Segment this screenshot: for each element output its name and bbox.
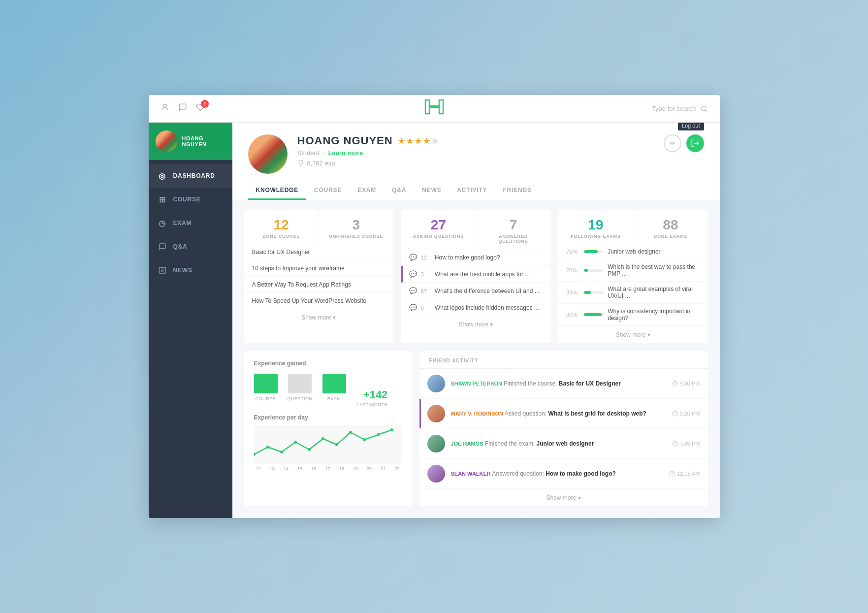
course-stats-panel: 12 DONE COURSE 3 UNFINISHED COURSE Basic…	[244, 210, 393, 343]
comment-icon: 💬	[409, 287, 417, 294]
friend-show-more[interactable]: Show more ▾	[419, 489, 708, 506]
exams-list: 70% Junior web designer 20% Which is t	[558, 244, 707, 326]
questions-show-more[interactable]: Show more ▾	[401, 316, 550, 333]
list-item[interactable]: 35% What are great examples of viral UX/…	[558, 282, 707, 304]
list-item[interactable]: 70% Junior web designer	[558, 244, 707, 259]
course-list: Basic for UX Designer 10 steps to Improv…	[244, 244, 393, 309]
tab-qa[interactable]: Q&A	[384, 182, 414, 200]
list-item[interactable]: A Better Way To Request App Ratings	[244, 277, 393, 293]
following-exams-number: 19	[566, 218, 625, 232]
friend-text: MARY V. ROBINSON Asked question: What is…	[451, 410, 666, 417]
list-item[interactable]: 💬 0 What logos include hidden messages .…	[401, 299, 550, 316]
friend-time: 7:45 PM	[672, 441, 700, 447]
answered-questions-label: ANSWERED QUESTIONS	[484, 234, 543, 244]
exams-show-more[interactable]: Show more ▾	[558, 326, 707, 343]
svg-rect-11	[254, 425, 402, 464]
friend-item[interactable]: SHAWN PETERSON Finished the course: Basi…	[419, 369, 708, 399]
friend-time: 11:15 AM	[669, 471, 700, 477]
comment-icon: 💬	[409, 254, 417, 261]
sidebar-item-dashboard[interactable]: ◎ DASHBOARD	[149, 164, 232, 188]
svg-point-4	[701, 106, 706, 110]
search-placeholder: Type for search	[652, 105, 696, 112]
profile-subtitle: Student · Learn more	[297, 149, 654, 157]
sidebar-item-label: EXAM	[173, 220, 192, 226]
chat-icon[interactable]	[178, 103, 187, 114]
exp-bars-section: COURSE QUESTION EXAM	[254, 374, 402, 407]
questions-list: 💬 12 How to make good logo? 💬 3 What are…	[401, 249, 550, 316]
sidebar-item-exam[interactable]: ◷ EXAM	[149, 211, 232, 235]
search-area[interactable]: Type for search	[652, 105, 708, 113]
stats-row: 12 DONE COURSE 3 UNFINISHED COURSE Basic…	[232, 200, 720, 343]
svg-point-17	[321, 437, 324, 440]
asking-questions-number: 27	[409, 218, 468, 232]
unfinished-course-number: 3	[327, 218, 386, 232]
profile-actions: Log out ✏	[664, 134, 704, 152]
tab-news[interactable]: NEWS	[414, 182, 449, 200]
qa-icon	[158, 242, 167, 252]
sidebar-item-label: Q&A	[173, 243, 188, 250]
svg-rect-3	[429, 105, 439, 108]
sidebar-item-qa[interactable]: Q&A	[149, 235, 232, 258]
chart-labels: 12 13 14 15 16 17 18 19 20 21 22	[254, 466, 402, 471]
clock-icon	[672, 381, 678, 387]
friend-text: JOE RAMOS Finished the exam: Junior web …	[451, 440, 666, 447]
comment-icon: 💬	[409, 304, 417, 311]
sidebar-profile: HOANG NGUYEN	[149, 123, 232, 160]
learn-more-link[interactable]: Learn more	[328, 149, 363, 157]
question-exp-bar	[288, 374, 312, 393]
svg-point-15	[294, 441, 297, 444]
sidebar-item-label: DASHBOARD	[173, 172, 215, 179]
course-show-more[interactable]: Show more ▾	[244, 309, 393, 326]
logout-button[interactable]	[686, 134, 704, 152]
profile-avatar	[248, 134, 288, 174]
sidebar: HOANG NGUYEN ◎ DASHBOARD ⊞ COURSE ◷ EXAM	[149, 123, 232, 518]
list-item[interactable]: 💬 12 How to make good logo?	[401, 249, 550, 266]
last-month-section: +142 LAST MONTH	[357, 388, 388, 407]
course-exp-bar	[254, 374, 278, 393]
sidebar-item-label: COURSE	[173, 196, 201, 203]
main-content: HOANG NGUYEN ★ ★ ★ ★ ★ Student ·	[232, 123, 720, 518]
friend-item[interactable]: SEAN WALKER Answered question: How to ma…	[419, 459, 708, 489]
experience-panel: Experience gained COURSE QUESTION	[244, 351, 412, 506]
done-exams-stat: 88 DONE EXAMS	[633, 210, 707, 244]
tab-friends[interactable]: FRIENDS	[495, 182, 539, 200]
answered-questions-number: 7	[484, 218, 543, 232]
search-icon	[700, 105, 708, 113]
list-item[interactable]: 10 steps to Improve your wireframe	[244, 260, 393, 277]
profile-header: HOANG NGUYEN ★ ★ ★ ★ ★ Student ·	[232, 123, 720, 200]
friend-time: 9:20 PM	[672, 411, 700, 417]
list-item[interactable]: 💬 3 What are the best mobile apps for ..…	[401, 266, 550, 283]
answered-questions-stat: 7 ANSWERED QUESTIONS	[476, 210, 550, 249]
friend-item[interactable]: MARY V. ROBINSON Asked question: What is…	[419, 399, 708, 429]
friend-avatar	[427, 405, 445, 422]
person-icon[interactable]	[161, 103, 169, 114]
done-course-number: 12	[252, 218, 311, 232]
heart-badge: 2	[201, 100, 209, 108]
tab-course[interactable]: COURSE	[306, 182, 350, 200]
profile-stars: ★ ★ ★ ★ ★	[398, 136, 439, 146]
following-exams-stat: 19 FOLLOWING EXAMS	[558, 210, 633, 244]
course-stats-header: 12 DONE COURSE 3 UNFINISHED COURSE	[244, 210, 393, 244]
progress-bar	[584, 269, 604, 272]
progress-bar	[584, 291, 604, 294]
list-item[interactable]: 90% Why is consistency important in desi…	[558, 304, 707, 326]
following-exams-label: FOLLOWING EXAMS	[566, 234, 625, 239]
clock-icon	[672, 441, 678, 447]
sidebar-item-course[interactable]: ⊞ COURSE	[149, 188, 232, 211]
svg-point-0	[163, 104, 166, 107]
tab-knowledge[interactable]: KNOWLEDGE	[248, 182, 307, 200]
exp-chart	[254, 425, 402, 464]
sidebar-item-news[interactable]: NEWS	[149, 258, 232, 282]
tab-exam[interactable]: EXAM	[350, 182, 384, 200]
tab-activity[interactable]: ACTIVITY	[449, 182, 495, 200]
list-item[interactable]: 💬 67 What's the difference between UI an…	[401, 283, 550, 299]
question-stats-panel: 27 ASKING QUESTIONS 7 ANSWERED QUESTIONS…	[401, 210, 550, 343]
friend-item[interactable]: JOE RAMOS Finished the exam: Junior web …	[419, 429, 708, 459]
list-item[interactable]: Basic for UX Designer	[244, 244, 393, 260]
list-item[interactable]: 20% Which is the best way to pass the PM…	[558, 259, 707, 282]
svg-rect-1	[425, 100, 429, 114]
svg-line-5	[706, 110, 707, 112]
heart-icon[interactable]: 2	[196, 103, 205, 114]
edit-button[interactable]: ✏	[664, 134, 681, 152]
list-item[interactable]: How To Speed Up Your WordPress Website	[244, 293, 393, 309]
